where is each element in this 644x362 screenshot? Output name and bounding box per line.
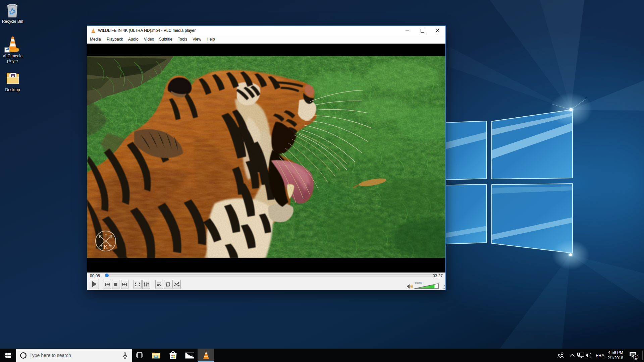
svg-text:K: K (104, 244, 108, 250)
svg-text:1: 1 (635, 355, 637, 359)
svg-text:J: J (105, 233, 107, 239)
